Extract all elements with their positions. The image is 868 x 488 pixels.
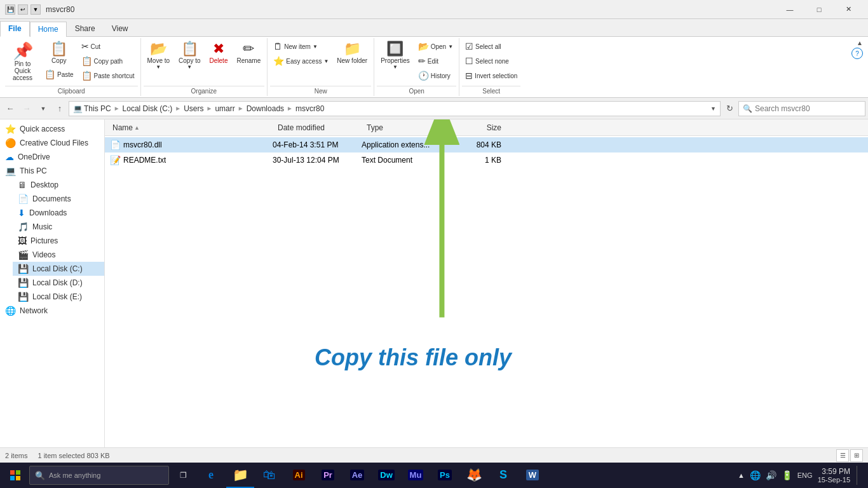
large-icons-view-button[interactable]: ⊞ bbox=[850, 449, 863, 462]
sidebar-item-documents[interactable]: 📄 Documents bbox=[13, 192, 104, 206]
properties-button[interactable]: 🔲 Properties ▼ bbox=[377, 39, 414, 72]
taskbar-after-effects[interactable]: Ae bbox=[343, 463, 371, 488]
delete-button[interactable]: ✖ Delete bbox=[206, 39, 232, 67]
svg-rect-2 bbox=[10, 470, 15, 475]
back-button[interactable]: ← bbox=[3, 101, 18, 116]
desktop-label: Desktop bbox=[31, 180, 58, 189]
breadcrumb-users[interactable]: Users bbox=[184, 104, 203, 113]
sidebar-item-desktop[interactable]: 🖥 Desktop bbox=[13, 178, 104, 192]
quick-save-icon[interactable]: 💾 bbox=[5, 4, 15, 15]
new-folder-button[interactable]: 📁 New folder bbox=[333, 39, 371, 67]
new-item-button[interactable]: 🗒 New item ▼ bbox=[270, 39, 332, 53]
show-desktop-button[interactable] bbox=[857, 466, 860, 485]
sidebar-item-onedrive[interactable]: ☁ OneDrive bbox=[0, 150, 104, 164]
taskbar-skype[interactable]: S bbox=[489, 463, 517, 488]
col-header-type[interactable]: Type bbox=[364, 123, 453, 132]
sidebar-item-music[interactable]: 🎵 Music bbox=[13, 220, 104, 234]
taskbar-photoshop[interactable]: Ps bbox=[431, 463, 459, 488]
tray-expand-icon[interactable]: ▲ bbox=[738, 471, 745, 479]
minimize-button[interactable]: — bbox=[775, 0, 804, 19]
edit-button[interactable]: ✏ Edit bbox=[415, 54, 456, 68]
local-e-label: Local Disk (E:) bbox=[32, 292, 82, 301]
taskbar-premiere[interactable]: Pr bbox=[314, 463, 342, 488]
customize-icon[interactable]: ▼ bbox=[31, 4, 41, 15]
network-icon: 🌐 bbox=[5, 306, 16, 316]
breadcrumb-c[interactable]: Local Disk (C:) bbox=[123, 104, 173, 113]
close-button[interactable]: ✕ bbox=[834, 0, 863, 19]
forward-button[interactable]: → bbox=[19, 101, 34, 116]
tray-clock[interactable]: 3:59 PM 15-Sep-15 bbox=[818, 467, 850, 484]
sidebar-item-local-d[interactable]: 💾 Local Disk (D:) bbox=[13, 276, 104, 290]
paste-button[interactable]: 📋 Paste bbox=[41, 67, 77, 81]
clipboard-col: 📋 Copy 📋 Paste bbox=[41, 39, 77, 81]
breadcrumb-umarr[interactable]: umarr bbox=[215, 104, 234, 113]
history-button[interactable]: 🕐 History bbox=[415, 69, 456, 83]
copy-to-button[interactable]: 📋 Copy to ▼ bbox=[175, 39, 204, 72]
sidebar-item-network[interactable]: 🌐 Network bbox=[0, 304, 104, 318]
taskbar-muse[interactable]: Mu bbox=[402, 463, 430, 488]
tab-home[interactable]: Home bbox=[30, 22, 67, 37]
col-header-name[interactable]: Name ▲ bbox=[110, 123, 275, 132]
up-button[interactable]: ↑ bbox=[52, 101, 67, 116]
breadcrumb-downloads[interactable]: Downloads bbox=[247, 104, 284, 113]
copy-button[interactable]: 📋 Copy bbox=[41, 39, 77, 67]
taskbar-store[interactable]: 🛍 bbox=[255, 463, 283, 488]
open-button[interactable]: 📂 Open ▼ bbox=[415, 39, 456, 53]
sidebar-item-downloads[interactable]: ⬇ Downloads bbox=[13, 206, 104, 220]
music-label: Music bbox=[32, 222, 52, 231]
pin-to-quick-access-button[interactable]: 📌 Pin to Quick access bbox=[5, 39, 40, 85]
easy-access-button[interactable]: ⭐ Easy access ▼ bbox=[270, 54, 332, 68]
cut-button[interactable]: ✂ Cut bbox=[78, 39, 138, 53]
rename-button[interactable]: ✏ Rename bbox=[233, 39, 264, 67]
select-all-button[interactable]: ☑ Select all bbox=[462, 39, 520, 53]
refresh-button[interactable]: ↻ bbox=[722, 101, 737, 116]
sidebar-item-local-e[interactable]: 💾 Local Disk (E:) bbox=[13, 290, 104, 304]
tab-file[interactable]: File bbox=[0, 21, 30, 37]
invert-selection-button[interactable]: ⊟ Invert selection bbox=[462, 69, 520, 83]
breadcrumb-dropdown[interactable]: ▼ bbox=[710, 105, 716, 112]
breadcrumb-thispc[interactable]: 💻 This PC bbox=[73, 104, 111, 113]
recent-locations-button[interactable]: ▼ bbox=[36, 101, 51, 116]
tab-share[interactable]: Share bbox=[67, 21, 104, 36]
paste-shortcut-button[interactable]: 📋 Paste shortcut bbox=[78, 69, 138, 83]
taskbar-explorer[interactable]: 📁 bbox=[226, 463, 254, 488]
search-bar[interactable]: 🔍 bbox=[738, 101, 865, 116]
network-tray-icon[interactable]: 🌐 bbox=[750, 470, 761, 480]
sidebar-item-videos[interactable]: 🎬 Videos bbox=[13, 248, 104, 262]
help-button[interactable]: ? bbox=[851, 48, 863, 59]
table-row[interactable]: 📝 README.txt 30-Jul-13 12:04 PM Text Doc… bbox=[105, 152, 868, 168]
sort-arrow: ▲ bbox=[134, 125, 140, 131]
local-d-label: Local Disk (D:) bbox=[32, 278, 83, 287]
move-icon: 📂 bbox=[150, 42, 167, 56]
start-button[interactable] bbox=[3, 463, 28, 488]
speaker-tray-icon[interactable]: 🔊 bbox=[766, 470, 776, 480]
breadcrumb-msvcr80[interactable]: msvcr80 bbox=[295, 104, 324, 113]
address-bar[interactable]: 💻 This PC ► Local Disk (C:) ► Users ► um… bbox=[69, 101, 721, 116]
tab-view[interactable]: View bbox=[104, 21, 137, 36]
task-view-button[interactable]: ❐ bbox=[170, 463, 196, 488]
taskbar-dreamweaver[interactable]: Dw bbox=[372, 463, 400, 488]
taskbar-illustrator[interactable]: Ai bbox=[285, 463, 313, 488]
sidebar-item-quick-access[interactable]: ⭐ Quick access bbox=[0, 122, 104, 136]
select-none-button[interactable]: ☐ Select none bbox=[462, 54, 520, 68]
undo-icon[interactable]: ↩ bbox=[18, 4, 28, 15]
search-input[interactable] bbox=[755, 104, 861, 113]
sidebar-item-local-c[interactable]: 💾 Local Disk (C:) bbox=[13, 262, 104, 276]
sidebar-item-pictures[interactable]: 🖼 Pictures bbox=[13, 234, 104, 248]
taskbar-word[interactable]: W bbox=[519, 463, 546, 488]
tray-language[interactable]: ENG bbox=[797, 471, 813, 479]
copy-path-button[interactable]: 📋 Copy path bbox=[78, 54, 138, 68]
taskbar-search-bar[interactable]: 🔍 Ask me anything bbox=[29, 466, 169, 485]
move-to-button[interactable]: 📂 Move to ▼ bbox=[144, 39, 174, 72]
col-header-date[interactable]: Date modified bbox=[275, 123, 364, 132]
battery-tray-icon[interactable]: 🔋 bbox=[782, 470, 792, 480]
col-header-size[interactable]: Size bbox=[453, 123, 504, 132]
table-row[interactable]: 📄 msvcr80.dll 04-Feb-14 3:51 PM Applicat… bbox=[105, 137, 868, 152]
taskbar-firefox[interactable]: 🦊 bbox=[460, 463, 488, 488]
details-view-button[interactable]: ☰ bbox=[836, 449, 849, 462]
sidebar-item-this-pc[interactable]: 💻 This PC bbox=[0, 164, 104, 178]
ribbon-collapse-button[interactable]: ▲ bbox=[857, 39, 863, 46]
maximize-button[interactable]: □ bbox=[804, 0, 834, 19]
taskbar-edge[interactable]: e bbox=[197, 463, 225, 488]
sidebar-item-creative-cloud[interactable]: 🟠 Creative Cloud Files bbox=[0, 136, 104, 150]
